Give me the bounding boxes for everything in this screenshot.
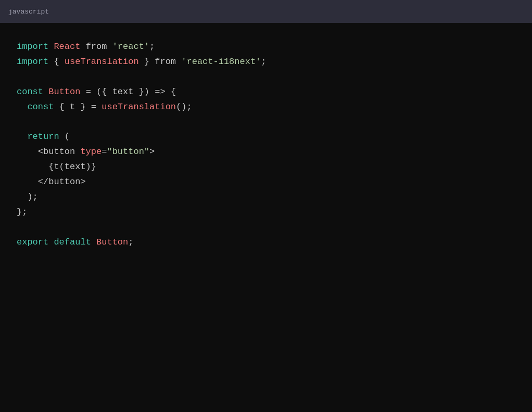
code-token-str-react: 'react' (112, 42, 149, 52)
code-line: </button> (17, 175, 515, 190)
code-token-plain: = ({ text }) => { (80, 87, 176, 97)
code-token-plain: ); (17, 192, 38, 202)
code-token-name-button: Button (96, 237, 128, 247)
code-token-plain: { (48, 57, 65, 67)
code-token-name-react: React (54, 42, 80, 52)
code-body: import React from 'react';import { useTr… (0, 23, 532, 412)
code-token-plain: {t(text)} (17, 162, 96, 172)
code-token-name-use-trans: useTranslation (102, 102, 176, 112)
code-token-kw-from: from (155, 57, 176, 67)
code-token-plain: } (139, 57, 155, 67)
code-token-plain (176, 57, 181, 67)
code-token-plain: = (102, 147, 107, 157)
code-token-plain (17, 102, 27, 112)
code-token-kw-export: export (17, 237, 48, 247)
code-token-plain: </button> (17, 177, 86, 187)
code-token-kw-import: import (17, 57, 48, 67)
code-blank-line (17, 114, 515, 130)
code-token-plain: <button (17, 147, 80, 157)
code-token-str-react-i18n: 'react-i18next' (181, 57, 261, 67)
code-token-plain: }; (17, 207, 27, 217)
language-label: javascript (8, 8, 49, 16)
code-token-plain: ( (59, 132, 70, 141)
code-token-name-button: Button (48, 87, 80, 97)
code-token-kw-const: const (17, 87, 43, 97)
code-token-plain: ; (128, 237, 133, 247)
code-blank-line (17, 70, 515, 85)
code-line: return ( (17, 130, 515, 145)
code-line: import React from 'react'; (17, 40, 515, 55)
code-token-plain: (); (176, 102, 192, 112)
code-token-kw-return: return (27, 132, 59, 141)
code-line: export default Button; (17, 235, 515, 250)
code-token-plain: > (149, 147, 155, 157)
code-line: const Button = ({ text }) => { (17, 85, 515, 100)
code-token-plain: ; (149, 42, 155, 52)
code-token-name-use-trans: useTranslation (65, 57, 139, 67)
code-window: javascript import React from 'react';imp… (0, 0, 532, 412)
code-token-plain (17, 132, 27, 141)
code-blank-line (17, 220, 515, 235)
code-token-plain (43, 87, 48, 97)
code-token-plain (48, 42, 54, 52)
code-token-attr-val: "button" (107, 147, 149, 157)
code-line: }; (17, 205, 515, 220)
code-line: <button type="button"> (17, 145, 515, 160)
code-line: const { t } = useTranslation(); (17, 100, 515, 115)
code-token-plain (48, 237, 54, 247)
code-line: {t(text)} (17, 160, 515, 175)
code-token-plain: ; (261, 57, 266, 67)
code-token-plain: { t } = (54, 102, 102, 112)
code-line: ); (17, 190, 515, 205)
code-token-attr-name: type (80, 147, 102, 157)
code-token-plain (91, 237, 96, 247)
code-token-kw-default: default (54, 237, 91, 247)
code-token-plain (80, 42, 85, 52)
title-bar: javascript (0, 0, 532, 23)
code-token-plain (107, 42, 112, 52)
code-token-kw-const: const (27, 102, 54, 112)
code-token-kw-import: import (17, 42, 48, 52)
code-line: import { useTranslation } from 'react-i1… (17, 55, 515, 70)
code-token-kw-from: from (86, 42, 107, 52)
